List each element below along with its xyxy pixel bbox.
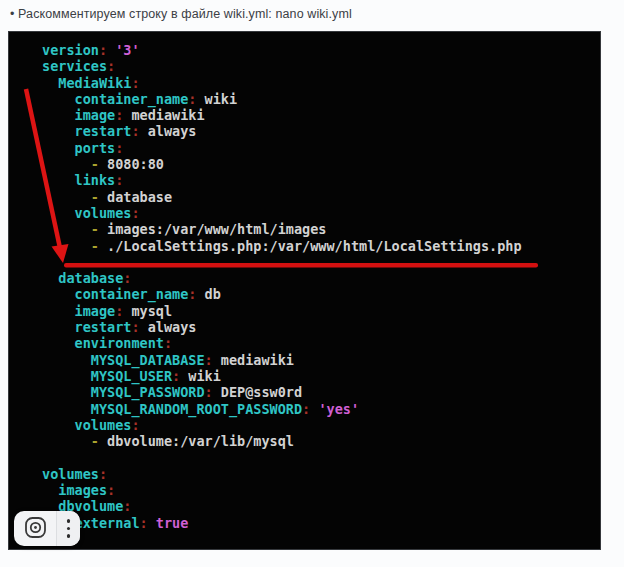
yaml-line: MYSQL_RANDOM_ROOT_PASSWORD: 'yes': [42, 401, 600, 417]
yaml-line: MediaWiki:: [42, 75, 600, 91]
yaml-line: container_name: db: [42, 286, 600, 302]
yaml-line: volumes:: [42, 205, 600, 221]
yaml-line: - 8080:80: [42, 156, 600, 172]
kebab-menu-icon: [67, 519, 70, 537]
instruction-text: • Раскомментируем строку в файле wiki.ym…: [10, 7, 352, 21]
lens-icon: [24, 516, 47, 542]
bullet: •: [10, 7, 14, 21]
more-options-button[interactable]: [56, 511, 80, 546]
yaml-line: dbvolume:: [42, 498, 600, 514]
yaml-line: container_name: wiki: [42, 91, 600, 107]
yaml-line: services:: [42, 58, 600, 74]
yaml-line: ~: [42, 531, 600, 547]
yaml-line: restart: always: [42, 123, 600, 139]
yaml-line: - ./LocalSettings.php:/var/www/html/Loca…: [42, 238, 600, 254]
yaml-line: MYSQL_USER: wiki: [42, 368, 600, 384]
yaml-line: environment:: [42, 335, 600, 351]
screen-search-button[interactable]: [14, 511, 56, 546]
yaml-line: image: mediawiki: [42, 107, 600, 123]
yaml-line: image: mysql: [42, 303, 600, 319]
yaml-line: [42, 449, 600, 465]
yaml-line: version: '3': [42, 42, 600, 58]
capture-toolbar[interactable]: [14, 511, 80, 546]
yaml-line: MYSQL_PASSWORD: DEP@ssw0rd: [42, 384, 600, 400]
yaml-line: ports:: [42, 140, 600, 156]
yaml-line: links:: [42, 172, 600, 188]
terminal-window[interactable]: version: '3'services: MediaWiki: contain…: [8, 31, 601, 550]
yaml-line: database:: [42, 270, 600, 286]
yaml-line: restart: always: [42, 319, 600, 335]
yaml-line: volumes:: [42, 466, 600, 482]
yaml-line: - database: [42, 189, 600, 205]
yaml-line: MYSQL_DATABASE: mediawiki: [42, 352, 600, 368]
yaml-line: - dbvolume:/var/lib/mysql: [42, 433, 600, 449]
yaml-line: external: true: [42, 515, 600, 531]
yaml-line: images:: [42, 482, 600, 498]
yaml-line: - images:/var/www/html/images: [42, 221, 600, 237]
instruction-label: Раскомментируем строку в файле wiki.yml:…: [18, 7, 352, 21]
yaml-line: [42, 254, 600, 270]
terminal-content: version: '3'services: MediaWiki: contain…: [42, 42, 600, 547]
yaml-line: volumes:: [42, 417, 600, 433]
